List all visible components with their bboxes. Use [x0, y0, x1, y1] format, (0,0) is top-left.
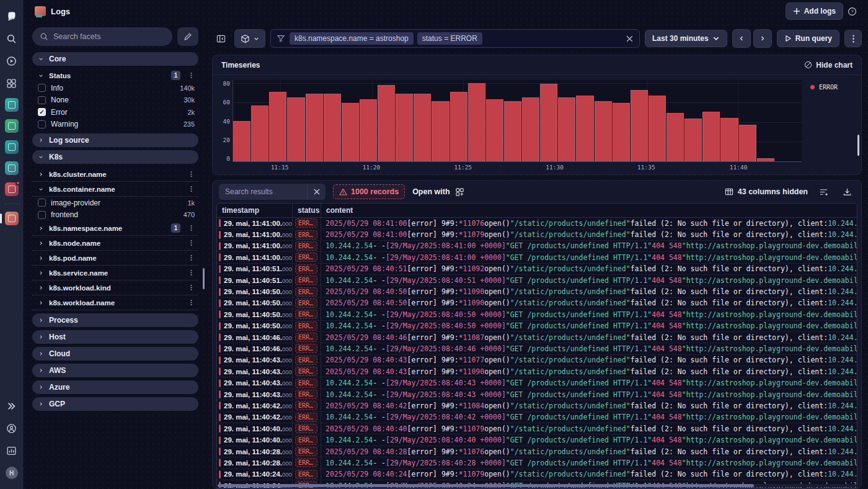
play-circle-icon[interactable]	[4, 53, 20, 69]
status-badge[interactable]: ERROR	[295, 470, 317, 479]
chart-bar[interactable]	[251, 105, 268, 161]
open-with-button[interactable]: Open with	[412, 187, 464, 197]
chart-bar[interactable]	[576, 96, 593, 161]
facet-section-aws[interactable]: AWS	[32, 364, 198, 377]
chart-bar[interactable]	[666, 113, 684, 161]
chart-bar[interactable]	[540, 84, 557, 161]
user-avatar[interactable]: H	[4, 465, 20, 481]
status-badge[interactable]: ERROR	[295, 264, 317, 274]
chart-bar[interactable]	[702, 112, 720, 161]
table-row[interactable]: 29. mai, 11:41:00.000ERROR10.244.2.54 - …	[217, 241, 857, 252]
facet-k8s-pod-name[interactable]: k8s.pod.name	[32, 251, 198, 266]
format-lines-button[interactable]	[815, 184, 831, 200]
checkbox[interactable]	[38, 120, 46, 128]
chart-bar[interactable]	[360, 99, 377, 161]
facet-section-core[interactable]: Core	[32, 52, 198, 66]
table-row[interactable]: 29. mai, 11:41:00.000ERROR10.244.2.54 - …	[217, 252, 857, 263]
time-next-button[interactable]	[753, 29, 772, 48]
table-row[interactable]: 29. mai, 11:40:40.000ERROR10.244.2.54 - …	[217, 434, 857, 446]
chart-bar[interactable]	[486, 99, 503, 161]
edit-facets-button[interactable]	[177, 27, 198, 46]
table-row[interactable]: 29. mai, 11:40:50.000ERROR2025/05/29 08:…	[217, 298, 857, 309]
facet-menu-button[interactable]	[186, 71, 196, 81]
chart-bar[interactable]	[324, 94, 341, 161]
expand-rail-icon[interactable]	[4, 398, 20, 414]
chart-bar[interactable]	[450, 92, 467, 161]
status-badge[interactable]: ERROR	[295, 447, 317, 456]
chart-bar[interactable]	[558, 97, 575, 161]
chart-bar[interactable]	[522, 97, 539, 161]
filter-chip-1[interactable]: status = ERROR	[417, 32, 482, 45]
status-badge[interactable]: ERROR	[295, 379, 317, 388]
checkbox[interactable]: ✓	[38, 108, 46, 116]
table-row[interactable]: 29. mai, 11:40:40.000ERROR2025/05/29 08:…	[217, 423, 857, 434]
kubernetes-app-icon[interactable]	[5, 98, 19, 112]
clear-query-button[interactable]	[626, 35, 634, 43]
clouds-app-icon[interactable]	[5, 161, 19, 175]
facet-option-image-provider[interactable]: image-provider1k	[32, 197, 198, 209]
chart-bar[interactable]	[342, 103, 359, 161]
chart-bar[interactable]	[757, 158, 774, 161]
chart-bar[interactable]	[468, 83, 485, 161]
table-row[interactable]: 29. mai, 11:40:43.000ERROR10.244.2.54 - …	[217, 389, 857, 400]
support-icon[interactable]	[4, 420, 20, 436]
facet-menu-button[interactable]	[186, 223, 196, 233]
table-row[interactable]: 29. mai, 11:40:43.000ERROR10.244.2.54 - …	[217, 377, 857, 388]
facet-k8s-service-name[interactable]: k8s.service.name	[32, 266, 198, 280]
horizontal-scrollbar-thumb[interactable]	[218, 484, 754, 487]
filter-chip-0[interactable]: k8s.namespace.name = astroshop	[290, 32, 414, 45]
facet-menu-button[interactable]	[186, 283, 196, 293]
checkbox[interactable]	[38, 199, 46, 207]
table-row[interactable]: 29. mai, 11:40:50.000ERROR10.244.2.54 - …	[217, 321, 857, 332]
chart-bar[interactable]	[504, 101, 521, 161]
insights-icon[interactable]	[4, 442, 20, 459]
chart-bar[interactable]	[269, 92, 286, 161]
table-row[interactable]: 29. mai, 11:40:43.000ERROR2025/05/29 08:…	[217, 366, 857, 377]
facet-menu-button[interactable]	[186, 268, 196, 278]
checkbox[interactable]	[38, 84, 46, 92]
facet-option-frontend[interactable]: frontend470	[32, 209, 198, 222]
services-app-icon[interactable]	[5, 140, 19, 154]
add-logs-button[interactable]: Add logs	[786, 2, 843, 20]
records-count-badge[interactable]: 1000 records	[333, 184, 405, 199]
facet-option-info[interactable]: Info140k	[32, 82, 198, 94]
facet-status[interactable]: Status1	[32, 69, 198, 82]
chart-bar[interactable]	[378, 85, 395, 161]
table-row[interactable]: 29. mai, 11:41:00.000ERROR2025/05/29 08:…	[217, 218, 857, 229]
table-row[interactable]: 29. mai, 11:40:50.000ERROR10.244.2.54 - …	[217, 309, 857, 320]
collapse-sidebar-button[interactable]	[212, 30, 229, 47]
table-row[interactable]: 29. mai, 11:41:00.000ERROR2025/05/29 08:…	[217, 229, 857, 240]
chart-bar[interactable]	[306, 94, 323, 161]
status-badge[interactable]: ERROR	[295, 333, 317, 342]
chart-bar[interactable]	[432, 101, 449, 161]
time-range-selector[interactable]: Last 30 minutes	[645, 30, 727, 47]
logs-app-icon[interactable]	[5, 212, 19, 225]
columns-hidden-button[interactable]: 43 columns hidden	[725, 187, 808, 196]
chart-bar[interactable]	[396, 94, 413, 161]
facet-k8s-workload-name[interactable]: k8s.workload.name	[32, 295, 198, 310]
facet-menu-button[interactable]	[186, 253, 196, 263]
status-badge[interactable]: ERROR	[295, 310, 317, 319]
chart-bar[interactable]	[595, 101, 612, 161]
checkbox[interactable]	[38, 96, 46, 104]
facet-k8s-container-name[interactable]: k8s.container.name	[32, 182, 198, 197]
status-badge[interactable]: ERROR	[295, 424, 317, 433]
status-badge[interactable]: ERROR	[295, 253, 317, 262]
table-row[interactable]: 29. mai, 11:40:46.000ERROR10.244.2.54 - …	[217, 343, 857, 354]
facet-section-host[interactable]: Host	[32, 330, 198, 344]
table-row[interactable]: 29. mai, 11:40:51.000ERROR10.244.2.54 - …	[217, 275, 857, 286]
facet-k8s-node-name[interactable]: k8s.node.name	[32, 236, 198, 251]
problems-app-icon[interactable]	[5, 182, 19, 196]
dynatrace-logo-icon[interactable]	[4, 8, 20, 24]
facet-option-error[interactable]: ✓Error2k	[32, 106, 198, 119]
search-results-input[interactable]: Search results	[219, 184, 307, 200]
table-row[interactable]: 29. mai, 11:40:42.000ERROR10.244.2.54 - …	[217, 412, 857, 423]
hide-chart-button[interactable]: Hide chart	[804, 61, 852, 70]
status-badge[interactable]: ERROR	[295, 298, 317, 308]
facet-option-none[interactable]: None30k	[32, 94, 198, 107]
status-badge[interactable]: ERROR	[295, 356, 317, 365]
facet-section-log-source[interactable]: Log source	[32, 133, 198, 147]
table-row[interactable]: 29. mai, 11:40:50.000ERROR2025/05/29 08:…	[217, 286, 857, 297]
facet-menu-button[interactable]	[186, 298, 196, 308]
table-row[interactable]: 29. mai, 11:40:42.000ERROR2025/05/29 08:…	[217, 400, 857, 411]
